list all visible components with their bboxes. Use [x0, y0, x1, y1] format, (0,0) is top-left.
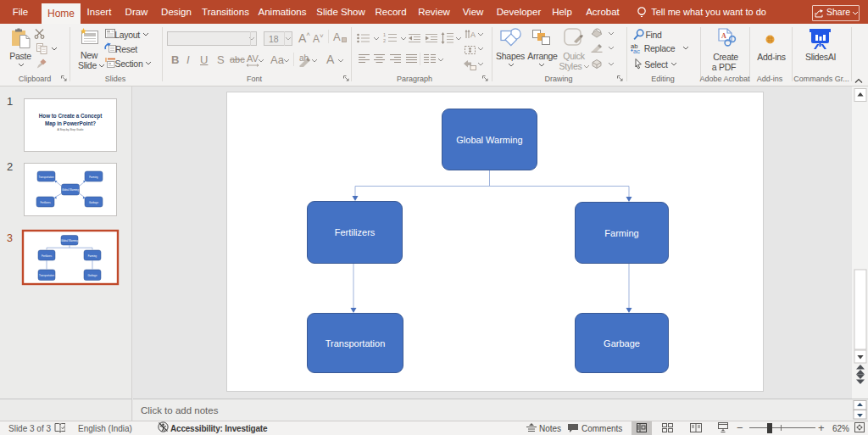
svg-text:How to Create a Concept: How to Create a Concept — [39, 113, 103, 120]
svg-text:3: 3 — [7, 232, 13, 244]
svg-text:2: 2 — [383, 38, 386, 43]
svg-text:1: 1 — [7, 95, 13, 108]
svg-text:Farming: Farming — [89, 176, 98, 179]
svg-text:A: A — [721, 32, 726, 40]
svg-text:A Step-by-Step Guide: A Step-by-Step Guide — [58, 128, 84, 131]
svg-text:Fertilizers: Fertilizers — [40, 201, 51, 204]
svg-text:Map in PowerPoint?: Map in PowerPoint? — [45, 120, 96, 127]
svg-text:2: 2 — [7, 160, 13, 173]
svg-text:1: 1 — [383, 32, 386, 37]
svg-text:Transportation: Transportation — [39, 274, 54, 277]
svg-text:Farming: Farming — [88, 254, 97, 258]
svg-text:Fertilizers: Fertilizers — [42, 254, 53, 258]
svg-text:Global Warming: Global Warming — [61, 239, 78, 243]
svg-text:Global Warming: Global Warming — [62, 188, 79, 192]
svg-text:A: A — [470, 31, 476, 39]
svg-text:Garbage: Garbage — [88, 274, 97, 277]
svg-text:Garbage: Garbage — [89, 201, 98, 204]
svg-text:Transportation: Transportation — [39, 176, 54, 179]
svg-text:ac: ac — [633, 47, 640, 53]
